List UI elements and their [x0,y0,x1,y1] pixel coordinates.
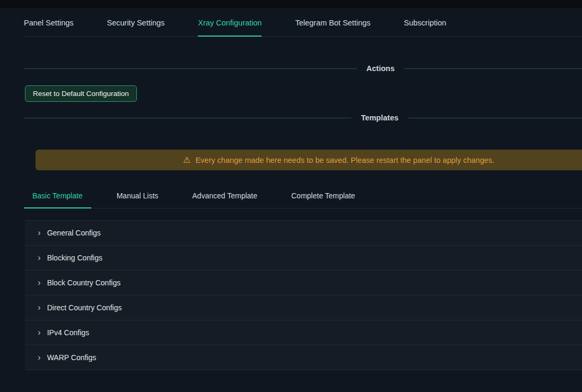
actions-divider: Actions [24,64,582,73]
templates-divider: Templates [24,114,582,122]
chevron-right-icon: › [38,253,41,262]
template-tabs: Basic Template Manual Lists Advanced Tem… [24,191,582,208]
accordion-item-general-configs[interactable]: › General Configs [25,221,582,246]
tab-telegram-bot-settings[interactable]: Telegram Bot Settings [295,19,370,36]
accordion-item-block-country-configs[interactable]: › Block Country Configs [25,271,582,295]
templates-section-title: Templates [361,114,398,122]
tab-panel-settings[interactable]: Panel Settings [24,19,74,36]
top-window-bar [0,0,582,8]
accordion-item-label: Direct Country Configs [47,303,122,312]
tab-security-settings[interactable]: Security Settings [107,19,165,36]
accordion-item-direct-country-configs[interactable]: › Direct Country Configs [25,295,582,320]
configs-accordion: › General Configs › Blocking Configs › B… [25,220,582,370]
chevron-right-icon: › [38,353,41,362]
tab-advanced-template[interactable]: Advanced Template [184,191,266,208]
tab-subscription[interactable]: Subscription [404,19,446,36]
accordion-item-label: General Configs [47,229,101,237]
accordion-item-label: WARP Configs [47,353,97,362]
accordion-item-ipv4-configs[interactable]: › IPv4 Configs [25,320,582,345]
accordion-item-warp-configs[interactable]: › WARP Configs [25,345,582,370]
tab-basic-template[interactable]: Basic Template [24,191,91,208]
settings-page: Panel Settings Security Settings Xray Co… [0,0,582,370]
chevron-right-icon: › [38,278,41,287]
chevron-right-icon: › [38,228,41,237]
accordion-item-label: Blocking Configs [47,254,102,262]
reset-to-default-button[interactable]: Reset to Default Configuration [25,85,137,102]
divider-line [404,68,582,69]
main-tabs: Panel Settings Security Settings Xray Co… [24,8,582,37]
chevron-right-icon: › [38,303,41,312]
divider-line [408,118,582,118]
tab-complete-template[interactable]: Complete Template [283,191,363,208]
accordion-item-label: Block Country Configs [47,278,121,287]
accordion-item-label: IPv4 Configs [47,328,89,337]
divider-line [24,68,357,69]
tab-xray-configuration[interactable]: Xray Configuration [198,19,262,37]
restart-warning-alert: ⚠ Every change made here needs to be sav… [36,150,582,170]
warning-triangle-icon: ⚠ [183,156,190,164]
accordion-item-blocking-configs[interactable]: › Blocking Configs [25,246,582,271]
warning-alert-text: Every change made here needs to be saved… [195,156,494,164]
tab-manual-lists[interactable]: Manual Lists [108,191,167,208]
actions-section-title: Actions [367,64,395,73]
chevron-right-icon: › [38,328,41,337]
divider-line [24,118,351,118]
